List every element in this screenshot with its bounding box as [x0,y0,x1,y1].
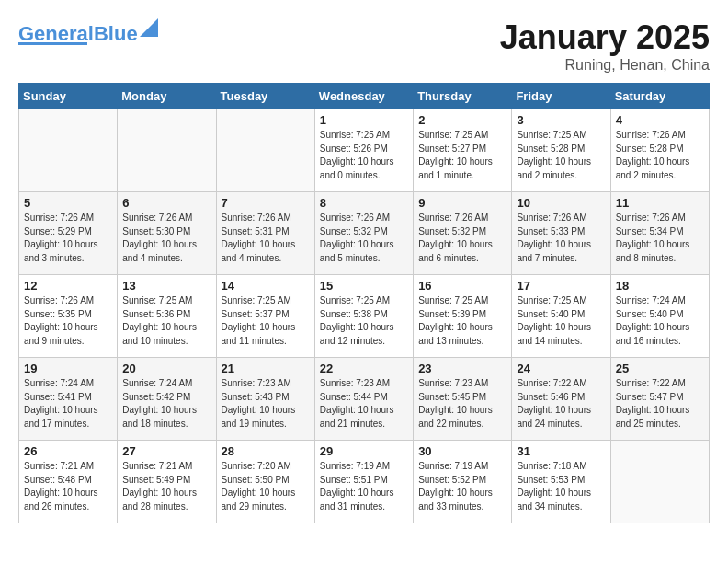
weekday-header-saturday: Saturday [610,84,709,109]
day-info: Sunrise: 7:23 AM Sunset: 5:45 PM Dayligh… [418,377,506,431]
week-row-3: 12Sunrise: 7:26 AM Sunset: 5:35 PM Dayli… [19,275,710,358]
day-info: Sunrise: 7:26 AM Sunset: 5:30 PM Dayligh… [122,212,210,265]
weekday-header-row: SundayMondayTuesdayWednesdayThursdayFrid… [19,84,710,109]
calendar-cell: 11Sunrise: 7:26 AM Sunset: 5:34 PM Dayli… [610,192,709,275]
calendar-cell [216,109,314,192]
calendar-cell: 7Sunrise: 7:26 AM Sunset: 5:31 PM Daylig… [216,192,314,275]
day-info: Sunrise: 7:26 AM Sunset: 5:32 PM Dayligh… [418,212,506,265]
weekday-header-wednesday: Wednesday [314,84,413,109]
calendar-cell: 20Sunrise: 7:24 AM Sunset: 5:42 PM Dayli… [118,358,216,441]
day-number: 22 [320,362,408,375]
week-row-4: 19Sunrise: 7:24 AM Sunset: 5:41 PM Dayli… [19,358,710,441]
calendar-cell: 4Sunrise: 7:26 AM Sunset: 5:28 PM Daylig… [610,109,709,192]
day-number: 17 [517,279,605,293]
day-number: 19 [24,362,112,375]
day-number: 21 [222,362,310,375]
svg-marker-0 [140,18,158,37]
day-info: Sunrise: 7:25 AM Sunset: 5:38 PM Dayligh… [320,294,408,348]
day-number: 29 [320,444,408,458]
day-info: Sunrise: 7:26 AM Sunset: 5:28 PM Dayligh… [616,129,704,182]
week-row-2: 5Sunrise: 7:26 AM Sunset: 5:29 PM Daylig… [19,192,710,275]
day-number: 6 [122,196,210,210]
calendar-cell: 29Sunrise: 7:19 AM Sunset: 5:51 PM Dayli… [314,441,413,523]
day-number: 8 [320,196,408,210]
day-info: Sunrise: 7:26 AM Sunset: 5:29 PM Dayligh… [24,212,112,265]
weekday-header-sunday: Sunday [19,84,118,109]
calendar-cell: 12Sunrise: 7:26 AM Sunset: 5:35 PM Dayli… [19,275,118,358]
calendar-cell: 14Sunrise: 7:25 AM Sunset: 5:37 PM Dayli… [216,275,314,358]
weekday-header-thursday: Thursday [414,84,512,109]
day-number: 25 [616,362,704,375]
page-header: GeneralBlue January 2025 Runing, Henan, … [18,18,710,74]
day-info: Sunrise: 7:24 AM Sunset: 5:42 PM Dayligh… [122,377,210,431]
week-row-5: 26Sunrise: 7:21 AM Sunset: 5:48 PM Dayli… [19,441,710,523]
day-number: 9 [418,196,506,210]
weekday-header-monday: Monday [118,84,216,109]
day-number: 12 [24,279,112,293]
day-number: 23 [418,362,506,375]
day-number: 27 [122,444,210,458]
day-number: 20 [122,362,210,375]
day-number: 3 [517,113,605,127]
day-number: 4 [616,113,704,127]
day-info: Sunrise: 7:24 AM Sunset: 5:41 PM Dayligh… [24,377,112,431]
day-info: Sunrise: 7:25 AM Sunset: 5:37 PM Dayligh… [222,294,310,348]
calendar-cell: 9Sunrise: 7:26 AM Sunset: 5:32 PM Daylig… [414,192,512,275]
day-info: Sunrise: 7:22 AM Sunset: 5:46 PM Dayligh… [517,377,605,431]
day-info: Sunrise: 7:18 AM Sunset: 5:53 PM Dayligh… [517,460,605,513]
calendar-cell: 26Sunrise: 7:21 AM Sunset: 5:48 PM Dayli… [19,441,118,523]
day-info: Sunrise: 7:19 AM Sunset: 5:51 PM Dayligh… [320,460,408,513]
title-block: January 2025 Runing, Henan, China [500,18,710,74]
day-number: 14 [222,279,310,293]
calendar-cell: 19Sunrise: 7:24 AM Sunset: 5:41 PM Dayli… [19,358,118,441]
week-row-1: 1Sunrise: 7:25 AM Sunset: 5:26 PM Daylig… [19,109,710,192]
day-number: 16 [418,279,506,293]
day-info: Sunrise: 7:21 AM Sunset: 5:49 PM Dayligh… [122,460,210,513]
calendar-cell: 3Sunrise: 7:25 AM Sunset: 5:28 PM Daylig… [512,109,610,192]
calendar-cell: 31Sunrise: 7:18 AM Sunset: 5:53 PM Dayli… [512,441,610,523]
calendar-cell: 16Sunrise: 7:25 AM Sunset: 5:39 PM Dayli… [414,275,512,358]
day-number: 1 [320,113,408,127]
day-info: Sunrise: 7:26 AM Sunset: 5:31 PM Dayligh… [222,212,310,265]
day-info: Sunrise: 7:25 AM Sunset: 5:40 PM Dayligh… [517,294,605,348]
day-number: 7 [222,196,310,210]
calendar-cell [19,109,118,192]
calendar-cell: 1Sunrise: 7:25 AM Sunset: 5:26 PM Daylig… [314,109,413,192]
calendar-cell: 27Sunrise: 7:21 AM Sunset: 5:49 PM Dayli… [118,441,216,523]
day-number: 10 [517,196,605,210]
calendar-cell: 17Sunrise: 7:25 AM Sunset: 5:40 PM Dayli… [512,275,610,358]
logo: GeneralBlue [18,18,158,45]
calendar-cell: 30Sunrise: 7:19 AM Sunset: 5:52 PM Dayli… [414,441,512,523]
calendar-title: January 2025 [500,18,710,57]
calendar-cell: 23Sunrise: 7:23 AM Sunset: 5:45 PM Dayli… [414,358,512,441]
day-info: Sunrise: 7:24 AM Sunset: 5:40 PM Dayligh… [616,294,704,348]
calendar-cell: 2Sunrise: 7:25 AM Sunset: 5:27 PM Daylig… [414,109,512,192]
day-number: 5 [24,196,112,210]
logo-icon [140,18,158,37]
day-number: 18 [616,279,704,293]
day-number: 15 [320,279,408,293]
calendar-location: Runing, Henan, China [500,57,710,74]
day-info: Sunrise: 7:25 AM Sunset: 5:26 PM Dayligh… [320,129,408,182]
logo-underline [18,42,87,45]
day-info: Sunrise: 7:21 AM Sunset: 5:48 PM Dayligh… [24,460,112,513]
calendar-cell: 10Sunrise: 7:26 AM Sunset: 5:33 PM Dayli… [512,192,610,275]
day-info: Sunrise: 7:22 AM Sunset: 5:47 PM Dayligh… [616,377,704,431]
day-number: 24 [517,362,605,375]
calendar-cell [610,441,709,523]
day-number: 2 [418,113,506,127]
day-info: Sunrise: 7:23 AM Sunset: 5:43 PM Dayligh… [222,377,310,431]
weekday-header-friday: Friday [512,84,610,109]
calendar-cell: 28Sunrise: 7:20 AM Sunset: 5:50 PM Dayli… [216,441,314,523]
day-info: Sunrise: 7:25 AM Sunset: 5:28 PM Dayligh… [517,129,605,182]
day-info: Sunrise: 7:26 AM Sunset: 5:35 PM Dayligh… [24,294,112,348]
calendar-cell: 6Sunrise: 7:26 AM Sunset: 5:30 PM Daylig… [118,192,216,275]
logo-text: GeneralBlue [18,24,138,44]
day-number: 11 [616,196,704,210]
day-number: 31 [517,444,605,458]
day-info: Sunrise: 7:26 AM Sunset: 5:33 PM Dayligh… [517,212,605,265]
day-info: Sunrise: 7:25 AM Sunset: 5:36 PM Dayligh… [122,294,210,348]
calendar-cell: 13Sunrise: 7:25 AM Sunset: 5:36 PM Dayli… [118,275,216,358]
day-info: Sunrise: 7:26 AM Sunset: 5:34 PM Dayligh… [616,212,704,265]
day-info: Sunrise: 7:23 AM Sunset: 5:44 PM Dayligh… [320,377,408,431]
